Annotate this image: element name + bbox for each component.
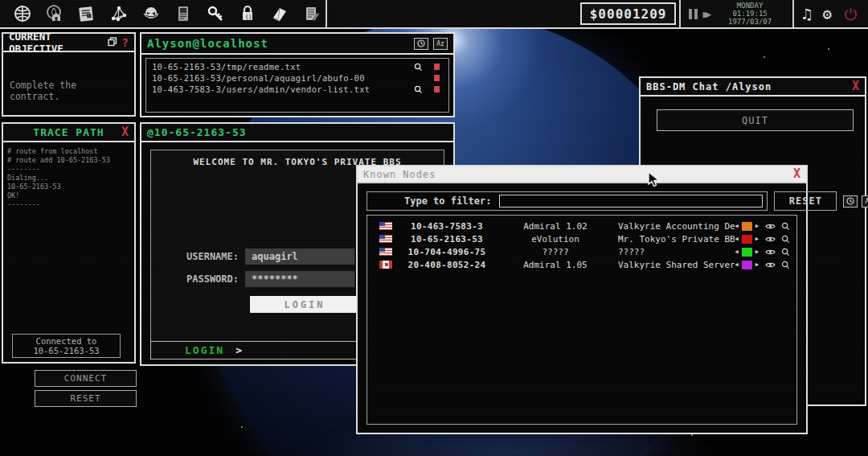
node-name: Valkyrie Accounting Department [615, 221, 735, 232]
login-command-label: LOGIN [185, 344, 224, 356]
file-row[interactable]: 10-65-2163-53/personal/aquagirl/abufo-00 [146, 72, 448, 84]
help-button[interactable]: ? [122, 36, 129, 49]
filter-bar: Type to filter: RESET Az [366, 191, 797, 211]
time-control-block: ▶▶ MONDAY 01:19:15 1977/03/07 [679, 0, 794, 27]
key-icon[interactable] [204, 3, 226, 25]
quit-button[interactable]: QUIT [657, 109, 854, 131]
log-book-icon[interactable] [268, 3, 290, 25]
news-icon[interactable] [76, 3, 97, 25]
node-version: Admiral 1.02 [496, 221, 615, 232]
date: 1977/03/07 [715, 18, 784, 26]
node-controls: ◀ ▶ [735, 222, 790, 231]
us-flag-icon [379, 222, 392, 230]
color-next-icon[interactable]: ▶ [755, 223, 760, 229]
node-number: 20-408-8052-24 [398, 260, 496, 270]
spy-icon[interactable] [140, 3, 162, 25]
us-flag-icon [379, 235, 392, 243]
home-network-icon[interactable] [43, 3, 65, 25]
music-icon[interactable]: ♫ [802, 5, 811, 23]
node-row[interactable]: 20-408-8052-24 Admiral 1.05 Valkyrie Sha… [367, 258, 796, 271]
eye-icon[interactable] [765, 249, 776, 256]
file-status-marker [434, 75, 440, 81]
time: 01:19:15 [715, 10, 784, 18]
filter-input[interactable] [499, 195, 763, 207]
password-field[interactable] [245, 271, 354, 287]
sort-az-button[interactable]: Az [862, 195, 868, 207]
node-color-swatch[interactable] [742, 222, 752, 231]
svg-text:{}: {} [245, 14, 252, 20]
color-next-icon[interactable]: ▶ [755, 261, 760, 268]
color-prev-icon[interactable]: ◀ [735, 249, 739, 255]
bbs-login-button[interactable]: LOGIN [250, 296, 359, 313]
objective-text: Complete the contract. [3, 52, 134, 102]
node-version: Admiral 1.05 [496, 260, 615, 270]
color-prev-icon[interactable]: ◀ [735, 236, 739, 242]
search-node-icon[interactable] [781, 235, 790, 244]
world-map-icon[interactable] [11, 3, 33, 25]
close-icon[interactable]: X [121, 126, 129, 138]
password-row: PASSWORD: [186, 271, 354, 287]
node-controls: ◀ ▶ [735, 248, 790, 257]
trace-title: TRACE PATH [33, 126, 104, 138]
eye-icon[interactable] [765, 223, 776, 230]
search-node-icon[interactable] [781, 261, 790, 269]
search-node-icon[interactable] [781, 248, 790, 257]
node-row[interactable]: 10-463-7583-3 Admiral 1.02 Valkyrie Acco… [367, 220, 796, 232]
filter-reset-button[interactable]: RESET [774, 191, 837, 211]
close-icon[interactable]: X [793, 168, 800, 180]
search-node-icon[interactable] [781, 222, 790, 231]
weekday: MONDAY [715, 2, 784, 10]
eye-icon[interactable] [765, 236, 776, 243]
fast-forward-icon[interactable]: ▶▶ [702, 8, 707, 20]
nodes-titlebar[interactable]: Known Nodes X [358, 166, 806, 183]
eye-icon[interactable] [765, 261, 776, 269]
toolbar-right: ♫ ⚙ [794, 0, 868, 27]
pause-icon[interactable] [689, 9, 698, 19]
color-prev-icon[interactable]: ◀ [735, 261, 739, 268]
search-file-icon[interactable] [412, 85, 424, 94]
chevron-right-icon: > [235, 344, 242, 356]
padlock-icon[interactable]: {} [236, 3, 258, 25]
file-row[interactable]: 10-463-7583-3/users/admin/vendor-list.tx… [146, 84, 448, 95]
sort-time-icon[interactable] [843, 195, 858, 207]
node-number: 10-704-4996-75 [398, 247, 496, 257]
notes-icon[interactable] [301, 3, 322, 25]
connected-label: Connected to [13, 336, 120, 346]
settings-gear-icon[interactable]: ⚙ [823, 5, 832, 23]
file-path: 10-65-2163-53/personal/aquagirl/abufo-00 [152, 73, 408, 83]
nodes-title: Known Nodes [363, 169, 436, 180]
sort-icons: Az [843, 195, 868, 207]
file-row[interactable]: 10-65-2163-53/tmp/readme.txt [146, 61, 448, 72]
connect-button[interactable]: CONNECT [35, 370, 137, 387]
reset-button[interactable]: RESET [35, 390, 137, 407]
sort-az-button[interactable]: Az [433, 38, 448, 50]
node-number: 10-65-2163-53 [398, 234, 496, 244]
node-color-swatch[interactable] [742, 248, 752, 257]
search-file-icon[interactable] [412, 63, 424, 72]
sort-time-icon[interactable] [414, 38, 428, 50]
datetime-display: MONDAY 01:19:15 1977/03/07 [715, 2, 784, 26]
restore-window-icon[interactable] [108, 35, 117, 50]
files-title: Alyson@localhost [147, 37, 268, 50]
color-prev-icon[interactable]: ◀ [735, 223, 739, 229]
network-graph-icon[interactable] [108, 3, 129, 25]
files-titlebar: Alyson@localhost Az [141, 34, 453, 55]
color-next-icon[interactable]: ▶ [755, 236, 760, 242]
color-next-icon[interactable]: ▶ [755, 249, 760, 255]
username-field[interactable] [245, 249, 354, 265]
username-row: USERNAME: [186, 249, 354, 265]
node-row[interactable]: 10-704-4996-75 ????? ????? ◀ ▶ [367, 245, 796, 258]
contract-card-icon[interactable] [172, 3, 194, 25]
node-version: ????? [496, 247, 615, 257]
top-toolbar: {} $00001209 ▶▶ MONDAY 01:19:15 1977/03/… [0, 0, 868, 29]
bbs-title: @10-65-2163-53 [147, 126, 247, 138]
power-icon[interactable] [843, 6, 858, 22]
node-controls: ◀ ▶ [735, 261, 790, 269]
close-icon[interactable]: X [852, 80, 859, 92]
node-row[interactable]: 10-65-2163-53 eVolution Mr. Tokyo's Priv… [367, 232, 796, 245]
node-color-swatch[interactable] [742, 235, 752, 244]
trace-titlebar: TRACE PATH X [3, 124, 134, 142]
node-color-swatch[interactable] [742, 261, 752, 269]
nodes-table: 10-463-7583-3 Admiral 1.02 Valkyrie Acco… [366, 215, 797, 425]
filter-group: Type to filter: [366, 191, 768, 211]
